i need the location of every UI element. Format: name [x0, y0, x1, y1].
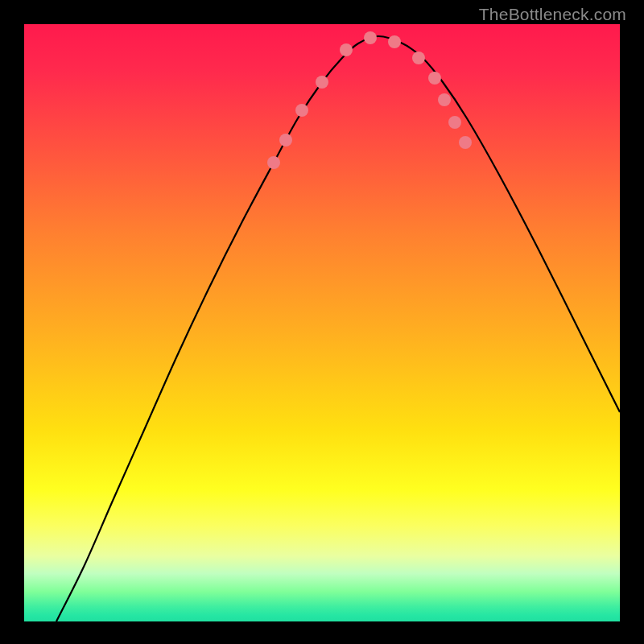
- curve-marker: [364, 31, 377, 44]
- curve-marker: [279, 134, 292, 147]
- curve-marker: [295, 104, 308, 117]
- curve-marker: [388, 35, 401, 48]
- curve-marker: [459, 136, 472, 149]
- curve-marker: [267, 156, 280, 169]
- curve-marker: [412, 52, 425, 64]
- curve-marker: [448, 116, 461, 129]
- plot-area: [24, 24, 620, 621]
- watermark-text: TheBottleneck.com: [479, 5, 626, 24]
- marker-group: [267, 31, 472, 169]
- curve-marker: [340, 43, 353, 56]
- curve-layer: [24, 24, 620, 621]
- curve-marker: [428, 72, 441, 85]
- curve-marker: [438, 93, 451, 106]
- curve-marker: [316, 76, 328, 89]
- bottleneck-curve: [56, 36, 620, 621]
